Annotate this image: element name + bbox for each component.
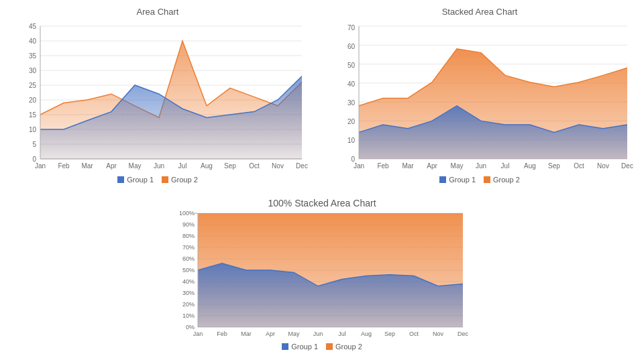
- svg-text:Jul: Jul: [501, 162, 510, 170]
- svg-text:Jul: Jul: [338, 330, 346, 337]
- stacked100-legend-group2-label: Group 2: [335, 343, 362, 351]
- stacked-legend-group2-label: Group 2: [493, 176, 520, 184]
- svg-text:Jun: Jun: [476, 162, 486, 170]
- stacked100-legend-group1-label: Group 1: [291, 343, 318, 351]
- svg-text:50: 50: [347, 62, 356, 69]
- svg-text:Sep: Sep: [384, 330, 395, 337]
- svg-text:Jun: Jun: [154, 162, 164, 170]
- svg-text:Nov: Nov: [433, 330, 444, 337]
- area-chart-svg: 0 5 10 15 20 25 30 35 40 45 Jan Feb Mar …: [7, 19, 309, 174]
- stacked100-chart-title: 100% Stacked Area Chart: [268, 198, 376, 208]
- svg-text:Aug: Aug: [361, 330, 372, 337]
- svg-text:5: 5: [32, 141, 36, 148]
- svg-text:Oct: Oct: [409, 330, 419, 337]
- svg-text:Dec: Dec: [621, 162, 633, 170]
- charts-top-row: Area Chart: [0, 0, 644, 198]
- svg-text:Mar: Mar: [402, 162, 414, 170]
- stacked-legend-group2: Group 2: [484, 176, 520, 184]
- svg-text:90%: 90%: [182, 221, 195, 228]
- svg-text:Mar: Mar: [241, 330, 252, 337]
- svg-text:30: 30: [29, 67, 37, 74]
- svg-text:Jun: Jun: [313, 330, 323, 337]
- svg-text:70%: 70%: [182, 244, 195, 251]
- svg-text:Apr: Apr: [266, 330, 275, 337]
- svg-text:35: 35: [29, 52, 37, 60]
- svg-text:45: 45: [29, 23, 37, 30]
- svg-text:Feb: Feb: [217, 330, 227, 337]
- svg-text:60: 60: [347, 43, 356, 50]
- svg-text:50%: 50%: [182, 267, 195, 274]
- stacked100-chart-legend: Group 1 Group 2: [282, 343, 362, 351]
- legend-group1-label: Group 1: [127, 176, 154, 184]
- svg-text:0%: 0%: [186, 324, 195, 330]
- stacked100-legend-group1: Group 1: [282, 343, 318, 351]
- svg-text:10%: 10%: [182, 312, 195, 319]
- stacked-chart-title: Stacked Area Chart: [442, 7, 518, 17]
- svg-text:30%: 30%: [182, 290, 195, 296]
- svg-text:Apr: Apr: [106, 162, 117, 170]
- svg-text:Jan: Jan: [354, 162, 364, 170]
- svg-text:40: 40: [347, 80, 356, 88]
- svg-text:Mar: Mar: [81, 162, 93, 170]
- area-chart-box: Area Chart: [0, 0, 315, 198]
- svg-text:100%: 100%: [179, 210, 195, 217]
- svg-text:30: 30: [347, 99, 356, 107]
- stacked-legend-group2-color: [484, 176, 490, 183]
- stacked100-legend-group2: Group 2: [326, 343, 362, 351]
- stacked-legend-group1: Group 1: [439, 176, 476, 184]
- svg-text:10: 10: [347, 137, 356, 144]
- svg-text:Jan: Jan: [35, 162, 46, 170]
- area-chart-title: Area Chart: [137, 7, 179, 17]
- svg-text:Feb: Feb: [377, 162, 389, 170]
- stacked100-legend-group2-color: [326, 343, 333, 350]
- svg-text:Dec: Dec: [458, 330, 469, 337]
- svg-text:20: 20: [347, 118, 356, 125]
- svg-text:May: May: [288, 330, 300, 337]
- svg-text:Apr: Apr: [427, 162, 437, 170]
- stacked100-legend-group1-color: [282, 343, 288, 350]
- svg-text:15: 15: [29, 111, 37, 119]
- svg-text:Oct: Oct: [249, 162, 260, 170]
- svg-text:Nov: Nov: [597, 162, 609, 170]
- svg-text:Dec: Dec: [296, 162, 308, 170]
- legend-group1: Group 1: [117, 176, 154, 184]
- svg-text:Feb: Feb: [58, 162, 70, 170]
- svg-text:Nov: Nov: [272, 162, 284, 170]
- svg-text:60%: 60%: [182, 255, 195, 262]
- stacked100-chart-svg: 0% 10% 20% 30% 40% 50% 60% 70% 80% 90% 1…: [161, 210, 483, 341]
- svg-text:May: May: [451, 162, 464, 170]
- svg-text:20%: 20%: [182, 301, 195, 308]
- svg-text:Sep: Sep: [224, 162, 236, 170]
- svg-text:May: May: [129, 162, 142, 170]
- svg-text:Sep: Sep: [548, 162, 560, 170]
- svg-text:25: 25: [29, 82, 37, 89]
- stacked-chart-legend: Group 1 Group 2: [439, 176, 520, 184]
- svg-text:80%: 80%: [182, 233, 195, 239]
- svg-text:Oct: Oct: [574, 162, 584, 170]
- svg-text:40%: 40%: [182, 278, 195, 285]
- legend-group1-color: [117, 176, 124, 183]
- stacked-chart-svg: 0 10 20 30 40 50 60 70 Jan Feb Mar Apr M…: [325, 19, 634, 174]
- svg-text:Aug: Aug: [524, 162, 536, 170]
- svg-text:10: 10: [29, 126, 37, 133]
- svg-text:Aug: Aug: [201, 162, 213, 170]
- legend-group2-label: Group 2: [171, 176, 198, 184]
- svg-text:20: 20: [29, 97, 37, 104]
- svg-text:Jan: Jan: [193, 330, 203, 337]
- svg-text:40: 40: [29, 38, 37, 45]
- stacked-legend-group1-color: [439, 176, 446, 183]
- area-chart-legend: Group 1 Group 2: [117, 176, 198, 184]
- svg-text:Jul: Jul: [178, 162, 187, 170]
- stacked-chart-box: Stacked Area Chart: [315, 0, 644, 198]
- stacked100-chart-box: 100% Stacked Area Chart: [161, 198, 483, 351]
- legend-group2: Group 2: [162, 176, 198, 184]
- svg-text:70: 70: [347, 24, 356, 32]
- stacked-legend-group1-label: Group 1: [449, 176, 476, 184]
- page: Area Chart: [0, 0, 644, 362]
- legend-group2-color: [162, 176, 168, 183]
